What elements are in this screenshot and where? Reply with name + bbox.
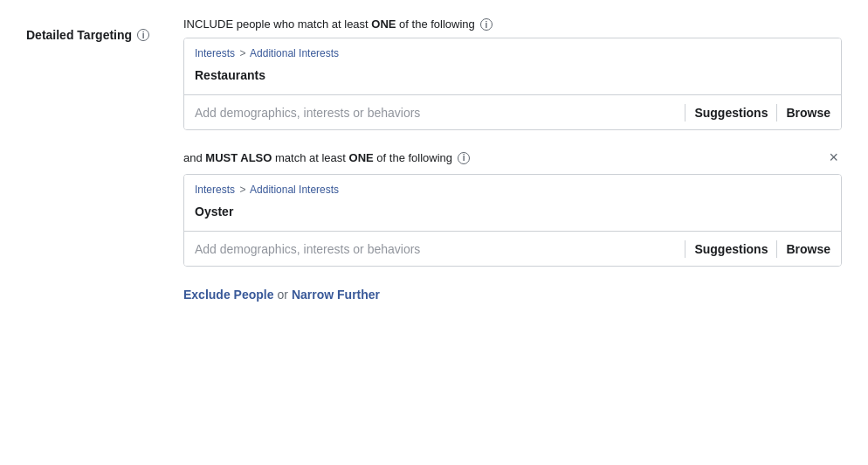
must-also-header-text: and MUST ALSO match at least ONE of the …: [183, 151, 470, 164]
include-divider-2: [776, 104, 777, 121]
targeting-content: INCLUDE people who match at least ONE of…: [183, 17, 842, 302]
include-tag-restaurants: Restaurants: [195, 66, 265, 84]
footer-or-text: or: [277, 288, 287, 302]
must-also-breadcrumb-arrow: >: [239, 184, 245, 196]
must-also-divider-1: [685, 240, 685, 258]
narrow-further-link[interactable]: Narrow Further: [292, 288, 380, 302]
must-also-search-placeholder: Add demographics, interests or behaviors: [195, 242, 676, 256]
include-search-bar[interactable]: Add demographics, interests or behaviors…: [184, 94, 841, 129]
include-divider-1: [685, 104, 685, 121]
include-tags-area: Interests > Additional Interests Restaur…: [184, 38, 841, 94]
include-suggestions-btn[interactable]: Suggestions: [694, 106, 768, 120]
include-block: INCLUDE people who match at least ONE of…: [183, 17, 842, 130]
include-targeting-box: Interests > Additional Interests Restaur…: [183, 38, 842, 130]
must-also-block: and MUST ALSO match at least ONE of the …: [183, 148, 842, 267]
must-also-breadcrumb-interests[interactable]: Interests: [195, 184, 235, 196]
exclude-people-link[interactable]: Exclude People: [183, 288, 273, 302]
must-also-tags-area: Interests > Additional Interests Oyster: [184, 175, 841, 231]
must-also-targeting-box: Interests > Additional Interests Oyster …: [183, 174, 842, 267]
must-also-block-header: and MUST ALSO match at least ONE of the …: [183, 148, 842, 167]
detailed-targeting-label: Detailed Targeting: [26, 28, 132, 42]
include-block-info-icon[interactable]: i: [480, 18, 493, 31]
detailed-targeting-info-icon[interactable]: i: [137, 29, 149, 41]
must-also-browse-btn[interactable]: Browse: [786, 242, 830, 256]
must-also-suggestions-btn[interactable]: Suggestions: [694, 242, 768, 256]
include-block-header: INCLUDE people who match at least ONE of…: [183, 17, 842, 31]
must-also-tag-oyster: Oyster: [195, 203, 233, 220]
must-also-breadcrumb: Interests > Additional Interests: [195, 184, 830, 196]
include-browse-btn[interactable]: Browse: [786, 106, 830, 120]
include-breadcrumb-additional[interactable]: Additional Interests: [250, 47, 339, 59]
must-also-search-bar[interactable]: Add demographics, interests or behaviors…: [184, 231, 841, 266]
section-label: Detailed Targeting i: [26, 17, 166, 302]
must-also-divider-2: [776, 240, 777, 258]
include-breadcrumb-arrow: >: [239, 47, 245, 59]
must-also-close-btn[interactable]: ×: [825, 148, 842, 167]
include-search-placeholder: Add demographics, interests or behaviors: [195, 106, 676, 120]
include-breadcrumb-interests[interactable]: Interests: [195, 47, 235, 59]
include-breadcrumb: Interests > Additional Interests: [195, 47, 830, 59]
must-also-info-icon[interactable]: i: [458, 152, 470, 164]
footer-links: Exclude People or Narrow Further: [183, 288, 842, 302]
must-also-breadcrumb-additional[interactable]: Additional Interests: [250, 184, 339, 196]
detailed-targeting-section: Detailed Targeting i INCLUDE people who …: [26, 17, 842, 302]
include-header-text: INCLUDE people who match at least ONE of…: [183, 17, 475, 31]
